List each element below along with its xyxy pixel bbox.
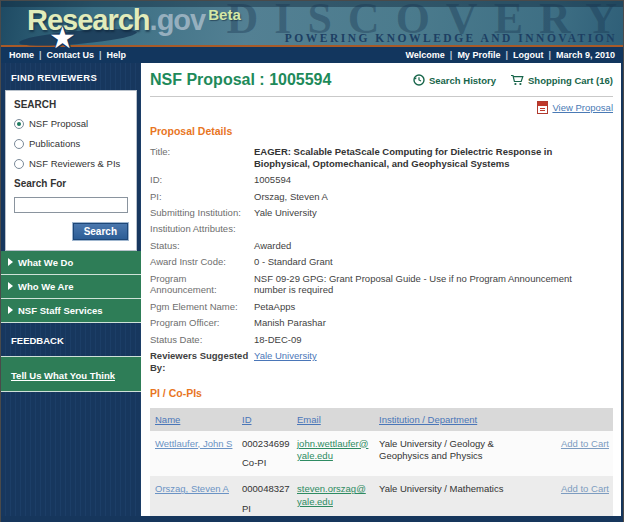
search-panel-title: SEARCH bbox=[14, 99, 128, 110]
nav-separator: | bbox=[548, 50, 551, 60]
search-input[interactable] bbox=[14, 197, 128, 213]
radio-nsf-proposal[interactable]: NSF Proposal bbox=[14, 118, 128, 129]
column-header-id[interactable]: ID bbox=[242, 414, 252, 425]
detail-value: 18-DEC-09 bbox=[254, 334, 302, 346]
banner: DISCOVERY POWERING KNOWLEDGE AND INNOVAT… bbox=[1, 1, 623, 45]
radio-nsf-reviewers-pis[interactable]: NSF Reviewers & PIs bbox=[14, 158, 128, 169]
search-button-row: Search bbox=[14, 221, 128, 240]
pi-id: 000234699 bbox=[242, 438, 290, 449]
view-proposal-row: View Proposal bbox=[150, 100, 613, 118]
pi-institution: Yale University / Mathematics bbox=[379, 483, 503, 494]
radio-button-icon[interactable] bbox=[14, 139, 24, 149]
detail-row-status: Status: Awarded bbox=[150, 240, 613, 252]
pi-name-link[interactable]: Orszag, Steven A bbox=[155, 483, 229, 494]
radio-label[interactable]: NSF Reviewers & PIs bbox=[29, 158, 120, 169]
accordion-label: What We Do bbox=[18, 257, 73, 268]
sidebar-filler bbox=[1, 392, 141, 517]
pi-institution: Yale University / Geology & Geophysics a… bbox=[379, 438, 494, 461]
detail-value: 1005594 bbox=[254, 174, 291, 186]
header-divider bbox=[150, 96, 613, 97]
table-row: Orszag, Steven A 000048327PI steven.orsz… bbox=[150, 476, 613, 516]
detail-row-submitting-institution: Submitting Institution: Yale University bbox=[150, 207, 613, 219]
detail-label: Status Date: bbox=[150, 334, 254, 346]
detail-value: Awarded bbox=[254, 240, 291, 252]
banner-tagline: POWERING KNOWLEDGE AND INNOVATION bbox=[285, 32, 617, 44]
radio-button-icon[interactable] bbox=[14, 159, 24, 169]
add-to-cart-link[interactable]: Add to Cart bbox=[561, 483, 609, 494]
detail-row-pgm-element-name: Pgm Element Name: PetaApps bbox=[150, 301, 613, 313]
pi-id: 000048327 bbox=[242, 483, 290, 494]
detail-row-institution-attributes: Institution Attributes: bbox=[150, 223, 613, 235]
tell-us-what-you-think-link[interactable]: Tell Us What You Think bbox=[11, 370, 115, 381]
detail-label: PI: bbox=[150, 191, 254, 203]
detail-label: Pgm Element Name: bbox=[150, 301, 254, 313]
nav-welcome-link[interactable]: Welcome bbox=[405, 50, 444, 60]
nav-home-link[interactable]: Home bbox=[9, 50, 34, 60]
nav-my-profile-link[interactable]: My Profile bbox=[457, 50, 500, 60]
sidebar-item-who-we-are[interactable]: Who We Are bbox=[1, 275, 141, 299]
page: DISCOVERY POWERING KNOWLEDGE AND INNOVAT… bbox=[0, 0, 624, 522]
detail-value: PetaApps bbox=[254, 301, 295, 313]
accordion-label: NSF Staff Services bbox=[18, 305, 102, 316]
radio-label[interactable]: Publications bbox=[29, 138, 80, 149]
detail-value: Yale University bbox=[254, 207, 317, 219]
add-to-cart-link[interactable]: Add to Cart bbox=[561, 438, 609, 449]
detail-label: Submitting Institution: bbox=[150, 207, 254, 219]
pi-name-link[interactable]: Wettlaufer, John S bbox=[155, 438, 232, 449]
column-header-email[interactable]: Email bbox=[297, 414, 321, 425]
detail-value: Orszag, Steven A bbox=[254, 191, 328, 203]
nav-logout-link[interactable]: Logout bbox=[513, 50, 544, 60]
proposal-details-heading: Proposal Details bbox=[150, 125, 613, 137]
search-button[interactable]: Search bbox=[73, 223, 128, 240]
pi-role: PI bbox=[242, 503, 288, 515]
pi-table-header-row: Name ID Email Institution / Department bbox=[150, 408, 613, 431]
detail-row-award-instr-code: Award Instr Code: 0 - Standard Grant bbox=[150, 256, 613, 268]
detail-row-program-announcement: Program Announcement: NSF 09-29 GPG: Gra… bbox=[150, 273, 613, 297]
feedback-header: FEEDBACK bbox=[1, 323, 141, 356]
nav-separator: | bbox=[39, 50, 42, 60]
shopping-cart-label: Shopping Cart (16) bbox=[528, 75, 613, 86]
accordion-label: Who We Are bbox=[18, 281, 73, 292]
bottom-border-bar bbox=[1, 516, 623, 522]
column-header-name[interactable]: Name bbox=[155, 414, 180, 425]
sidebar-item-nsf-staff-services[interactable]: NSF Staff Services bbox=[1, 299, 141, 323]
beta-badge: Beta bbox=[208, 6, 241, 23]
view-proposal-label: View Proposal bbox=[552, 102, 613, 113]
shopping-cart-icon bbox=[510, 74, 524, 86]
column-header-institution[interactable]: Institution / Department bbox=[379, 414, 477, 425]
detail-row-pi: PI: Orszag, Steven A bbox=[150, 191, 613, 203]
feedback-link-row[interactable]: Tell Us What You Think bbox=[1, 356, 141, 392]
detail-row-status-date: Status Date: 18-DEC-09 bbox=[150, 334, 613, 346]
search-history-link[interactable]: Search History bbox=[413, 74, 496, 86]
chevron-right-icon bbox=[8, 258, 13, 266]
chevron-right-icon bbox=[8, 282, 13, 290]
radio-publications[interactable]: Publications bbox=[14, 138, 128, 149]
detail-value: 0 - Standard Grant bbox=[254, 256, 333, 268]
main-content: NSF Proposal : 1005594 Search History Sh… bbox=[141, 63, 623, 516]
chevron-right-icon bbox=[8, 306, 13, 314]
detail-label: Program Announcement: bbox=[150, 273, 254, 297]
sidebar-item-what-we-do[interactable]: What We Do bbox=[1, 251, 141, 275]
logo-suffix-text: .gov bbox=[150, 4, 206, 36]
nav-separator: | bbox=[99, 50, 102, 60]
sidebar: FIND REVIEWERS SEARCH NSF Proposal Publi… bbox=[1, 63, 141, 516]
detail-label: Program Officer: bbox=[150, 317, 254, 329]
detail-value: Manish Parashar bbox=[254, 317, 326, 329]
main-header: NSF Proposal : 1005594 Search History Sh… bbox=[150, 71, 613, 89]
detail-label: Award Instr Code: bbox=[150, 256, 254, 268]
reviewers-suggested-by-link[interactable]: Yale University bbox=[254, 350, 317, 361]
detail-label: Institution Attributes: bbox=[150, 223, 254, 235]
pi-email-link[interactable]: steven.orszag@yale.edu bbox=[297, 483, 370, 508]
pi-email-link[interactable]: john.wettlaufer@yale.edu bbox=[297, 438, 370, 463]
history-clock-icon bbox=[413, 74, 425, 86]
shopping-cart-link[interactable]: Shopping Cart (16) bbox=[510, 74, 613, 86]
radio-label[interactable]: NSF Proposal bbox=[29, 118, 88, 129]
view-proposal-link[interactable]: View Proposal bbox=[537, 101, 613, 114]
detail-label: Reviewers Suggested By: bbox=[150, 350, 254, 374]
detail-row-reviewers-suggested-by: Reviewers Suggested By: Yale University bbox=[150, 350, 613, 374]
search-for-label: Search For bbox=[14, 178, 128, 189]
table-row: Wettlaufer, John S 000234699Co-PI john.w… bbox=[150, 431, 613, 477]
top-navbar: Home| Contact Us| Help Welcome| My Profi… bbox=[1, 47, 623, 63]
nav-help-link[interactable]: Help bbox=[107, 50, 127, 60]
radio-button-icon[interactable] bbox=[14, 119, 24, 129]
